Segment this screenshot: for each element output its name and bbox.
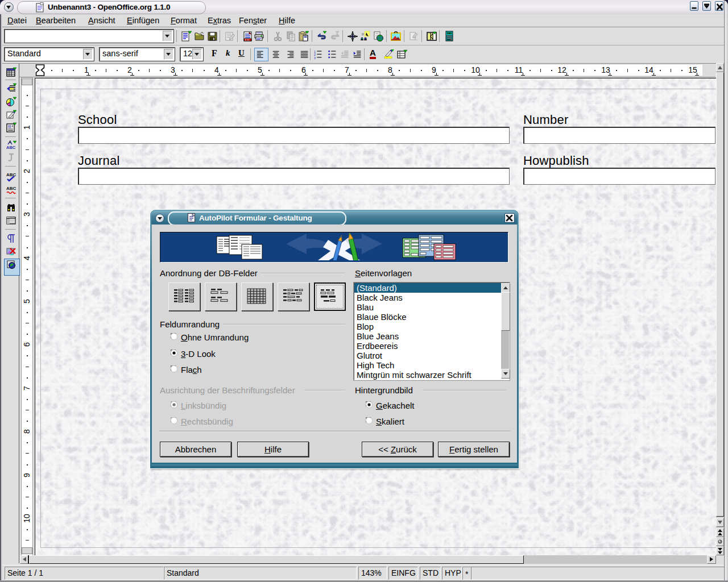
svg-text:ABC: ABC bbox=[6, 186, 16, 191]
svg-text:A: A bbox=[9, 140, 12, 144]
svg-text:ABC: ABC bbox=[6, 172, 16, 177]
svg-text:3: 3 bbox=[314, 56, 316, 60]
svg-text:ABC: ABC bbox=[6, 145, 16, 150]
